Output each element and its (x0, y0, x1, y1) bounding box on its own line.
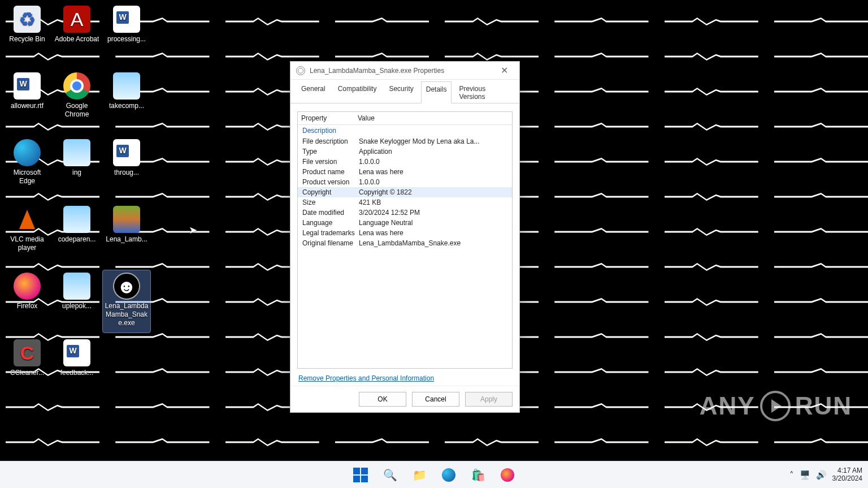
chrome-icon (63, 72, 90, 100)
icon-label: ing (72, 169, 81, 177)
desktop-icon-12[interactable]: Firefox (3, 270, 51, 332)
firefox-icon[interactable] (500, 467, 515, 483)
desktop-icon-6[interactable]: Microsoft Edge (3, 137, 51, 199)
column-headers[interactable]: Property Value (298, 112, 512, 125)
dialog-buttons: OK Cancel Apply (290, 386, 519, 412)
tab-details[interactable]: Details (421, 81, 452, 103)
detail-row-4[interactable]: Product version1.0.0.0 (298, 177, 512, 187)
detail-row-8[interactable]: LanguageLanguage Neutral (298, 218, 512, 228)
store-icon[interactable]: 🛍️ (470, 467, 486, 483)
icon-label: Lena_Lamb... (106, 235, 147, 244)
detail-prop: Copyright (302, 188, 359, 196)
desktop-icon-13[interactable]: uplepok... (53, 270, 101, 332)
detail-prop: File version (302, 158, 359, 166)
col-property[interactable]: Property (301, 114, 358, 122)
taskbar-clock[interactable]: 4:17 AM 3/20/2024 (832, 467, 862, 482)
remove-properties-link[interactable]: Remove Properties and Personal Informati… (297, 369, 513, 382)
detail-val: 1.0.0.0 (359, 158, 507, 166)
cc-icon: C (14, 339, 41, 366)
explorer-icon[interactable]: 📁 (411, 467, 427, 483)
tab-security[interactable]: Security (384, 81, 418, 103)
pic-icon (63, 206, 90, 233)
detail-prop: Size (302, 198, 359, 206)
desktop-icon-1[interactable]: AAdobe Acrobat (53, 3, 101, 66)
edge-icon (14, 139, 41, 166)
details-panel: Property Value Description File descript… (290, 103, 519, 386)
group-description: Description (298, 125, 512, 136)
edge-icon[interactable] (441, 467, 457, 483)
detail-row-0[interactable]: File descriptionSnake Keylogger Mod by L… (298, 136, 512, 146)
taskbar[interactable]: 🔍 📁 🛍️ ˄ 🖥️ 🔊 4:17 AM 3/20/2024 (0, 461, 868, 488)
pic-icon (113, 72, 140, 100)
detail-val: Copyright © 1822 (359, 188, 507, 196)
anyrun-watermark: ANY RUN (700, 391, 852, 421)
detail-row-6[interactable]: Size421 KB (298, 197, 512, 208)
start-button[interactable] (353, 467, 368, 483)
word-icon (63, 339, 90, 366)
icon-label: Recycle Bin (9, 35, 45, 44)
tab-compatibility[interactable]: Compatibility (333, 81, 382, 103)
details-list[interactable]: Property Value Description File descript… (297, 111, 513, 369)
detail-val: 421 KB (359, 198, 507, 206)
detail-val: 1.0.0.0 (359, 178, 507, 186)
desktop-icon-0[interactable]: ♻Recycle Bin (3, 3, 51, 66)
detail-row-2[interactable]: File version1.0.0.0 (298, 157, 512, 167)
desktop-icon-5[interactable]: takecomp... (103, 70, 150, 132)
taskbar-center: 🔍 📁 🛍️ (353, 467, 515, 483)
detail-row-5[interactable]: CopyrightCopyright © 1822 (298, 187, 512, 197)
dialog-title: Lena_LambdaMamba_Snake.exe Properties (310, 67, 488, 75)
rar-icon (113, 206, 140, 233)
detail-row-1[interactable]: TypeApplication (298, 146, 512, 157)
icon-label: processing... (107, 35, 146, 44)
ok-button[interactable]: OK (359, 392, 406, 407)
detail-row-9[interactable]: Legal trademarksLena was here (298, 228, 512, 238)
desktop-icon-4[interactable]: Google Chrome (53, 70, 101, 132)
detail-prop: Type (302, 148, 359, 156)
desktop-icon-8[interactable]: throug... (103, 137, 150, 199)
detail-val: Snake Keylogger Mod by Lena aka La... (359, 137, 507, 145)
detail-row-3[interactable]: Product nameLena was here (298, 167, 512, 177)
icon-label: alloweur.rtf (11, 102, 44, 110)
desktop-icon-2[interactable]: processing... (103, 3, 150, 66)
icon-label: takecomp... (109, 102, 144, 110)
desktop-icon-3[interactable]: alloweur.rtf (3, 70, 51, 132)
acro-icon: A (63, 6, 90, 33)
desktop-icon-14[interactable]: ☻Lena_LambdaMamba_Snake.exe (103, 270, 150, 332)
desktop-icon-16[interactable]: feedback... (53, 337, 101, 399)
system-tray[interactable]: ˄ 🖥️ 🔊 (789, 470, 827, 480)
detail-row-10[interactable]: Original filenameLena_LambdaMamba_Snake.… (298, 238, 512, 248)
apply-button[interactable]: Apply (465, 392, 513, 407)
desktop-icons: ♻Recycle BinAAdobe Acrobatprocessing...a… (3, 3, 150, 399)
dialog-titlebar[interactable]: Lena_LambdaMamba_Snake.exe Properties ✕ (290, 62, 519, 80)
search-icon[interactable]: 🔍 (382, 467, 398, 483)
vlc-icon (14, 206, 41, 233)
tray-chevron-icon[interactable]: ˄ (789, 470, 794, 480)
icon-label: codeparen... (58, 235, 96, 244)
icon-label: Microsoft Edge (5, 169, 50, 185)
pic-icon (63, 273, 90, 300)
detail-val: Language Neutral (359, 219, 507, 227)
icon-label: uplepok... (62, 302, 92, 310)
desktop-icon-15[interactable]: CCCleaner... (3, 337, 51, 399)
detail-row-7[interactable]: Date modified3/20/2024 12:52 PM (298, 208, 512, 218)
tab-general[interactable]: General (296, 81, 331, 103)
pic-icon (63, 139, 90, 166)
icon-label: VLC media player (5, 235, 50, 252)
close-button[interactable]: ✕ (492, 62, 516, 80)
cancel-button[interactable]: Cancel (412, 392, 459, 407)
network-icon[interactable]: 🖥️ (800, 470, 810, 480)
detail-val: Lena was here (359, 168, 507, 176)
desktop-icon-10[interactable]: codeparen... (53, 204, 101, 266)
detail-prop: Product name (302, 168, 359, 176)
desktop-icon-11[interactable]: Lena_Lamb... (103, 204, 150, 266)
volume-icon[interactable]: 🔊 (816, 470, 827, 480)
desktop-icon-7[interactable]: ing (53, 137, 101, 199)
word-icon (14, 72, 41, 100)
detail-prop: Date modified (302, 209, 359, 217)
col-value[interactable]: Value (358, 114, 509, 122)
tab-previous-versions[interactable]: Previous Versions (454, 81, 516, 103)
desktop-icon-9[interactable]: VLC media player (3, 204, 51, 266)
properties-dialog: Lena_LambdaMamba_Snake.exe Properties ✕ … (290, 61, 520, 413)
icon-label: feedback... (60, 369, 94, 377)
word-icon (113, 139, 140, 166)
